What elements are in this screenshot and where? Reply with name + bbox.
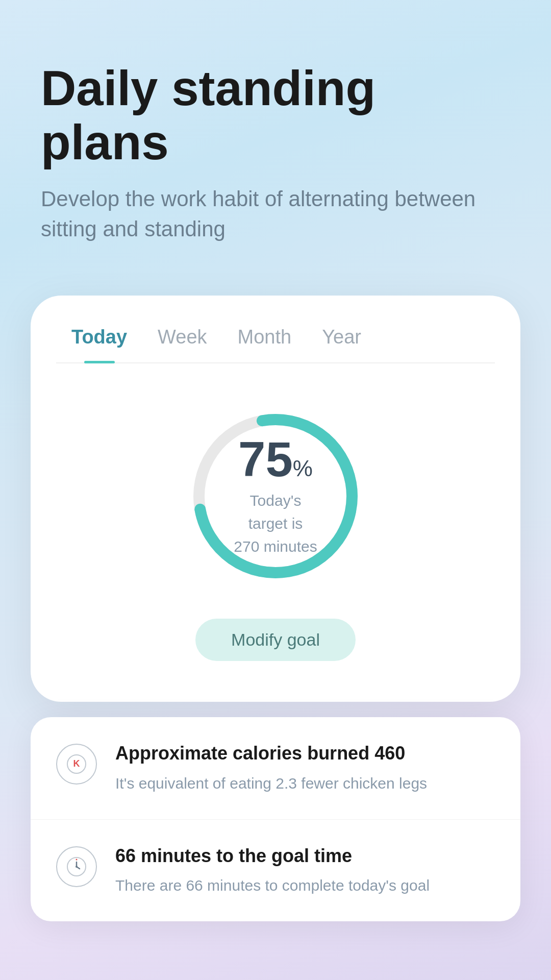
calories-content: Approximate calories burned 460 It's equ… [115, 742, 495, 795]
calories-desc: It's equivalent of eating 2.3 fewer chic… [115, 772, 495, 795]
percentage-number: 75 [238, 434, 293, 483]
subtitle: Develop the work habit of alternating be… [41, 184, 510, 244]
circle-center: 75 % Today's target is 270 minutes [230, 434, 321, 557]
time-desc: There are 66 minutes to complete today's… [115, 874, 495, 897]
target-text: Today's target is 270 minutes [230, 488, 321, 557]
clock-icon-circle [56, 846, 97, 887]
svg-point-7 [76, 866, 78, 868]
calories-icon: K [65, 753, 88, 775]
tab-month[interactable]: Month [222, 326, 307, 362]
main-title: Daily standing plans [41, 61, 510, 169]
time-card: 66 minutes to the goal time There are 66… [31, 820, 520, 922]
modify-goal-button[interactable]: Modify goal [195, 619, 356, 661]
time-title: 66 minutes to the goal time [115, 844, 495, 868]
svg-text:K: K [73, 758, 80, 769]
info-cards-container: K Approximate calories burned 460 It's e… [31, 717, 520, 922]
clock-icon [65, 855, 88, 878]
tab-today[interactable]: Today [56, 326, 142, 362]
phone-card: Today Week Month Year 75 % Today's targ [31, 296, 520, 702]
svg-point-8 [76, 859, 78, 860]
calories-icon-circle: K [56, 744, 97, 785]
calories-card: K Approximate calories burned 460 It's e… [31, 717, 520, 820]
tab-year[interactable]: Year [307, 326, 377, 362]
circle-container: 75 % Today's target is 270 minutes [184, 404, 367, 588]
chart-section: 75 % Today's target is 270 minutes Modif… [56, 394, 495, 671]
tab-bar: Today Week Month Year [56, 326, 495, 363]
tab-week[interactable]: Week [142, 326, 222, 362]
calories-title: Approximate calories burned 460 [115, 742, 495, 766]
percentage-sign: % [293, 455, 313, 481]
header-section: Daily standing plans Develop the work ha… [0, 0, 551, 275]
time-content: 66 minutes to the goal time There are 66… [115, 844, 495, 897]
